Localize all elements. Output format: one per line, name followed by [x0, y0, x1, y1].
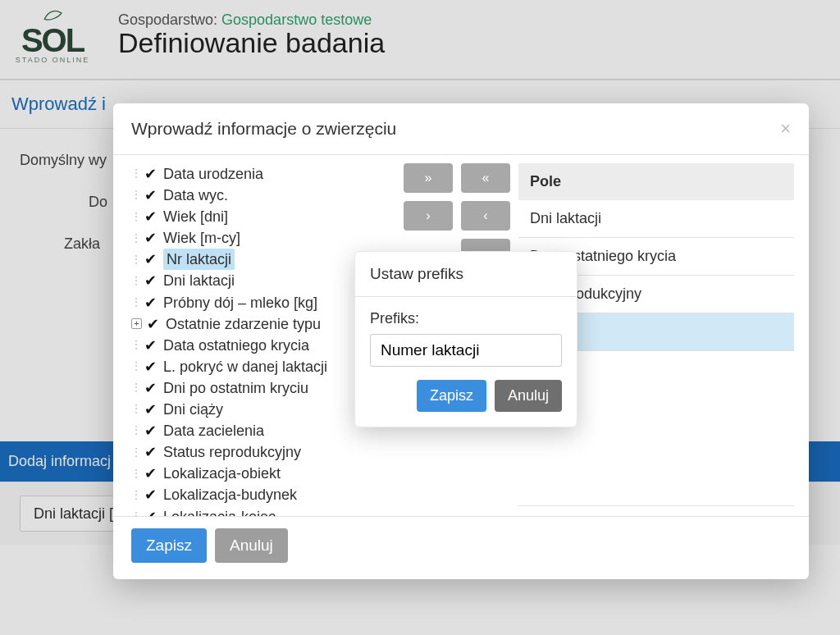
- tree-item-label: Lokalizacja-kojec: [163, 506, 276, 517]
- tree-connector: ⋮: [131, 423, 138, 437]
- prefix-modal-body: Prefiks:: [355, 297, 577, 372]
- chevron-right-icon: ›: [426, 208, 430, 223]
- check-icon: ✔: [144, 441, 157, 463]
- check-icon: ✔: [144, 420, 157, 441]
- move-all-right-button[interactable]: »: [404, 163, 453, 193]
- modal-title: Wprowadź informacje o zwierzęciu: [131, 119, 396, 139]
- tree-connector: ⋮: [131, 381, 138, 395]
- move-all-left-button[interactable]: «: [461, 163, 510, 193]
- check-icon: ✔: [144, 185, 157, 206]
- check-icon: ✔: [147, 313, 159, 335]
- tree-item[interactable]: ⋮✔Wiek [m-cy]: [131, 227, 394, 249]
- tree-item-label: Data zacielenia: [163, 420, 264, 441]
- prefix-modal-title: Ustaw prefiks: [355, 252, 577, 297]
- tree-item-label: Lokalizacja-budynek: [163, 484, 297, 505]
- tree-connector: ⋮: [131, 402, 138, 416]
- selected-fields-header: Pole: [518, 163, 794, 200]
- tree-connector: ⋮: [131, 274, 138, 288]
- check-icon: ✔: [144, 356, 157, 377]
- tree-item-label: Data ostatniego krycia: [163, 335, 309, 356]
- tree-item-label: Lokalizacja-obiekt: [163, 463, 281, 484]
- tree-item-label: L. pokryć w danej laktacji: [163, 356, 327, 377]
- close-icon[interactable]: ×: [780, 118, 791, 139]
- tree-connector: ⋮: [131, 488, 138, 502]
- tree-connector: ⋮: [131, 467, 138, 481]
- double-chevron-left-icon: «: [482, 171, 490, 185]
- tree-connector: ⋮: [131, 509, 138, 516]
- tree-item-label: Ostatnie zdarzenie typu: [166, 313, 321, 335]
- tree-item-label: Data urodzenia: [163, 163, 263, 185]
- check-icon: ✔: [144, 506, 157, 517]
- tree-item-label: Data wyc.: [163, 185, 228, 206]
- tree-item[interactable]: ⋮✔Lokalizacja-obiekt: [131, 463, 394, 484]
- cancel-button[interactable]: Anuluj: [215, 528, 288, 563]
- chevron-left-icon: ‹: [483, 208, 487, 223]
- selected-field-row[interactable]: Dni laktacji: [518, 200, 794, 238]
- tree-connector: ⋮: [131, 338, 138, 352]
- check-icon: ✔: [144, 399, 157, 420]
- tree-item-label: Dni laktacji: [163, 270, 235, 291]
- tree-connector: ⋮: [131, 231, 138, 245]
- move-right-button[interactable]: ›: [404, 201, 453, 231]
- check-icon: ✔: [144, 163, 157, 185]
- prefix-save-button[interactable]: Zapisz: [417, 380, 486, 412]
- tree-connector: ⋮: [131, 253, 138, 267]
- prefix-cancel-button[interactable]: Anuluj: [495, 380, 562, 412]
- tree-item[interactable]: ⋮✔Lokalizacja-kojec: [131, 506, 394, 517]
- double-chevron-right-icon: »: [425, 171, 432, 185]
- check-icon: ✔: [144, 335, 157, 356]
- prefix-label: Prefiks:: [370, 310, 419, 327]
- tree-item-label: Status reprodukcyjny: [163, 441, 301, 463]
- expand-icon[interactable]: +: [131, 318, 142, 329]
- prefix-input[interactable]: [370, 334, 562, 367]
- tree-connector: ⋮: [131, 359, 138, 373]
- tree-item-label: Dni po ostatnim kryciu: [163, 377, 308, 399]
- tree-item[interactable]: ⋮✔Wiek [dni]: [131, 206, 394, 227]
- tree-item-label: Wiek [m-cy]: [163, 227, 240, 249]
- tree-connector: ⋮: [131, 188, 138, 202]
- check-icon: ✔: [144, 270, 157, 291]
- tree-item[interactable]: ⋮✔Status reprodukcyjny: [131, 441, 394, 463]
- tree-connector: ⋮: [131, 210, 138, 224]
- check-icon: ✔: [144, 377, 157, 399]
- tree-item-label: Dni ciąży: [163, 399, 223, 420]
- tree-connector: ⋮: [131, 167, 138, 180]
- tree-connector: ⋮: [131, 295, 138, 309]
- move-left-button[interactable]: ‹: [461, 201, 510, 231]
- check-icon: ✔: [144, 206, 157, 227]
- check-icon: ✔: [144, 227, 157, 249]
- field-tree[interactable]: ⋮✔Data urodzenia⋮✔Data wyc.⋮✔Wiek [dni]⋮…: [113, 163, 395, 516]
- table-bottom-border: [518, 499, 794, 506]
- modal-footer: Zapisz Anuluj: [113, 516, 809, 579]
- modal-header: Wprowadź informacje o zwierzęciu ×: [113, 103, 809, 155]
- tree-item[interactable]: ⋮✔Data urodzenia: [131, 163, 394, 185]
- check-icon: ✔: [144, 292, 157, 313]
- tree-item[interactable]: ⋮✔Data wyc.: [131, 185, 394, 206]
- tree-item-label: Próbny dój – mleko [kg]: [163, 292, 317, 313]
- prefix-modal: Ustaw prefiks Prefiks: Zapisz Anuluj: [354, 251, 578, 427]
- tree-connector: ⋮: [131, 445, 138, 459]
- check-icon: ✔: [144, 463, 157, 484]
- prefix-modal-footer: Zapisz Anuluj: [355, 372, 577, 427]
- check-icon: ✔: [144, 249, 157, 270]
- save-button[interactable]: Zapisz: [131, 528, 207, 563]
- tree-item[interactable]: ⋮✔Lokalizacja-budynek: [131, 484, 394, 505]
- tree-item-label: Wiek [dni]: [163, 206, 228, 227]
- tree-item-label: Nr laktacji: [163, 249, 235, 270]
- check-icon: ✔: [144, 484, 157, 505]
